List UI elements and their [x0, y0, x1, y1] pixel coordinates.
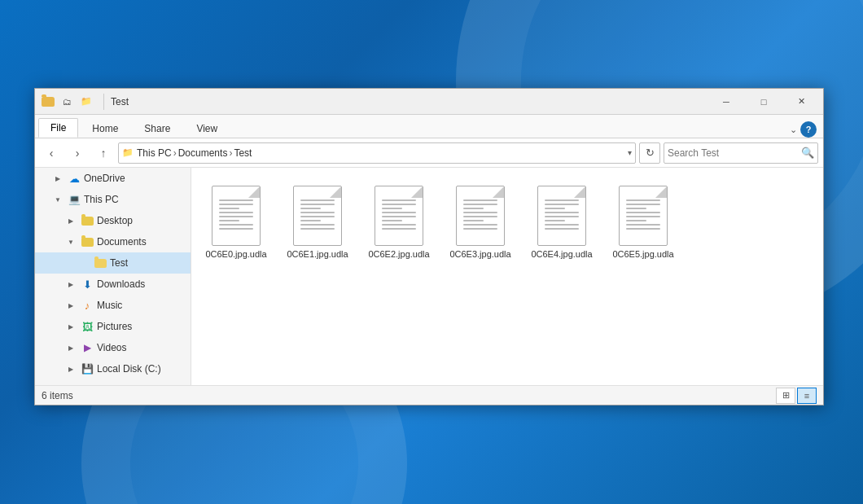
sidebar-item-downloads[interactable]: ▶ ⬇ Downloads [35, 274, 191, 295]
view-list-button[interactable]: ≡ [797, 388, 817, 404]
minimize-button[interactable]: ─ [707, 89, 745, 115]
address-bar[interactable]: 📁 This PC › Documents › Test ▾ [118, 142, 636, 164]
file-icon-0 [208, 183, 264, 248]
file-name-0: 0C6E0.jpg.udla [205, 248, 266, 260]
expand-downloads-icon[interactable]: ▶ [64, 278, 77, 291]
ribbon: File Home Share View ⌄ ? [35, 115, 823, 138]
sidebar-label-music: Music [97, 300, 122, 311]
file-icon-5 [615, 183, 671, 248]
videos-icon: ▶ [81, 341, 94, 354]
expand-onedrive-icon[interactable]: ▶ [51, 172, 64, 185]
title-bar-folder-icon [42, 95, 55, 108]
view-grid-button[interactable]: ⊞ [776, 388, 795, 404]
sidebar-item-pictures[interactable]: ▶ 🖼 Pictures [35, 316, 191, 337]
documents-folder-icon [81, 235, 94, 248]
sidebar-item-this-pc[interactable]: ▼ 💻 This PC [35, 189, 191, 210]
sidebar-item-documents[interactable]: ▼ Documents [35, 231, 191, 252]
search-icon[interactable]: 🔍 [801, 147, 814, 159]
sidebar-label-onedrive: OneDrive [84, 173, 125, 184]
file-name-4: 0C6E4.jpg.udla [531, 248, 592, 260]
sidebar-item-music[interactable]: ▶ ♪ Music [35, 295, 191, 316]
downloads-icon: ⬇ [81, 278, 94, 291]
file-icon-1 [290, 183, 345, 248]
sidebar-label-this-pc: This PC [84, 194, 119, 205]
sidebar-item-onedrive[interactable]: ▶ ☁ OneDrive [35, 168, 191, 189]
status-item-count: 6 items [42, 390, 73, 401]
grid-view-icon: ⊞ [782, 390, 790, 401]
quick-access-newdir-btn[interactable]: 📁 [77, 93, 95, 111]
expand-pictures-icon[interactable]: ▶ [64, 320, 77, 333]
file-item-3[interactable]: 0C6E3.jpg.udla [444, 176, 517, 267]
expand-disk-icon[interactable]: ▶ [64, 362, 77, 375]
main-content: ▶ ☁ OneDrive ▼ 💻 This PC ▶ Des [35, 168, 823, 385]
onedrive-icon: ☁ [68, 172, 81, 185]
quick-access-toolbar: 🗂 📁 [58, 93, 95, 111]
expand-this-pc-icon[interactable]: ▼ [51, 193, 64, 206]
breadcrumb-test[interactable]: Test [234, 147, 252, 159]
address-refresh-button[interactable]: ↻ [639, 142, 660, 164]
sidebar: ▶ ☁ OneDrive ▼ 💻 This PC ▶ Des [35, 168, 191, 385]
sidebar-label-local-disk: Local Disk (C:) [97, 363, 161, 375]
nav-up-button[interactable]: ↑ [92, 142, 115, 164]
close-button[interactable]: ✕ [782, 89, 820, 115]
file-item-0[interactable]: 0C6E0.jpg.udla [199, 176, 273, 267]
nav-bar: ‹ › ↑ 📁 This PC › Documents › Test ▾ ↻ 🔍 [35, 138, 823, 168]
breadcrumb-documents[interactable]: Documents [178, 147, 228, 159]
title-separator [103, 94, 104, 110]
expand-test-icon[interactable] [77, 256, 90, 270]
window-title: Test [107, 96, 707, 107]
tab-share[interactable]: Share [132, 119, 182, 138]
breadcrumb-sep-2: › [229, 147, 232, 159]
address-dropdown-icon[interactable]: ▾ [628, 148, 632, 157]
expand-desktop-icon[interactable]: ▶ [64, 214, 77, 227]
sidebar-item-test[interactable]: Test [35, 252, 191, 274]
ribbon-tabs: File Home Share View ⌄ ? [35, 115, 823, 138]
file-name-1: 0C6E1.jpg.udla [287, 248, 348, 260]
breadcrumb-sep-1: › [173, 147, 177, 159]
explorer-window: 🗂 📁 Test ─ □ ✕ File Home Share View ⌄ ? … [34, 88, 824, 405]
nav-forward-button[interactable]: › [66, 142, 89, 164]
file-name-2: 0C6E2.jpg.udla [368, 248, 429, 260]
nav-back-button[interactable]: ‹ [40, 142, 63, 164]
expand-music-icon[interactable]: ▶ [64, 299, 77, 312]
file-name-5: 0C6E5.jpg.udla [612, 248, 673, 260]
list-view-icon: ≡ [804, 391, 809, 401]
sidebar-label-desktop: Desktop [97, 215, 133, 226]
search-input[interactable] [668, 147, 801, 159]
pictures-icon: 🖼 [81, 320, 94, 333]
window-controls: ─ □ ✕ [707, 89, 820, 115]
maximize-button[interactable]: □ [745, 89, 782, 115]
file-item-1[interactable]: 0C6E1.jpg.udla [281, 176, 354, 267]
sidebar-label-downloads: Downloads [97, 278, 145, 290]
tab-home[interactable]: Home [80, 119, 130, 138]
file-item-4[interactable]: 0C6E4.jpg.udla [525, 176, 598, 267]
search-bar[interactable]: 🔍 [664, 142, 818, 164]
sidebar-item-videos[interactable]: ▶ ▶ Videos [35, 337, 191, 358]
tab-file[interactable]: File [38, 118, 78, 138]
status-bar: 6 items ⊞ ≡ [35, 385, 823, 405]
view-buttons: ⊞ ≡ [776, 388, 817, 404]
quick-access-properties-btn[interactable]: 🗂 [58, 93, 76, 111]
music-icon: ♪ [81, 299, 94, 312]
file-item-2[interactable]: 0C6E2.jpg.udla [362, 176, 436, 267]
expand-documents-icon[interactable]: ▼ [64, 235, 77, 248]
file-icon-3 [453, 183, 508, 248]
sidebar-item-desktop[interactable]: ▶ Desktop [35, 210, 191, 231]
desktop-folder-icon [81, 214, 94, 227]
sidebar-label-videos: Videos [97, 342, 126, 353]
ribbon-collapse-icon[interactable]: ⌄ [790, 125, 797, 135]
expand-videos-icon[interactable]: ▶ [64, 341, 77, 354]
breadcrumb-this-pc[interactable]: This PC [137, 147, 172, 159]
files-grid: 0C6E0.jpg.udla [199, 176, 815, 377]
sidebar-label-test: Test [110, 257, 128, 269]
breadcrumb-icon: 📁 [122, 147, 134, 158]
help-button[interactable]: ? [800, 121, 817, 138]
sidebar-label-pictures: Pictures [97, 321, 132, 332]
computer-icon: 💻 [68, 193, 81, 206]
tab-view[interactable]: View [184, 119, 230, 138]
file-icon-4 [534, 183, 589, 248]
file-item-5[interactable]: 0C6E5.jpg.udla [607, 176, 680, 267]
test-folder-icon [94, 256, 107, 270]
sidebar-item-local-disk[interactable]: ▶ 💾 Local Disk (C:) [35, 358, 191, 379]
file-icon-2 [371, 183, 427, 248]
